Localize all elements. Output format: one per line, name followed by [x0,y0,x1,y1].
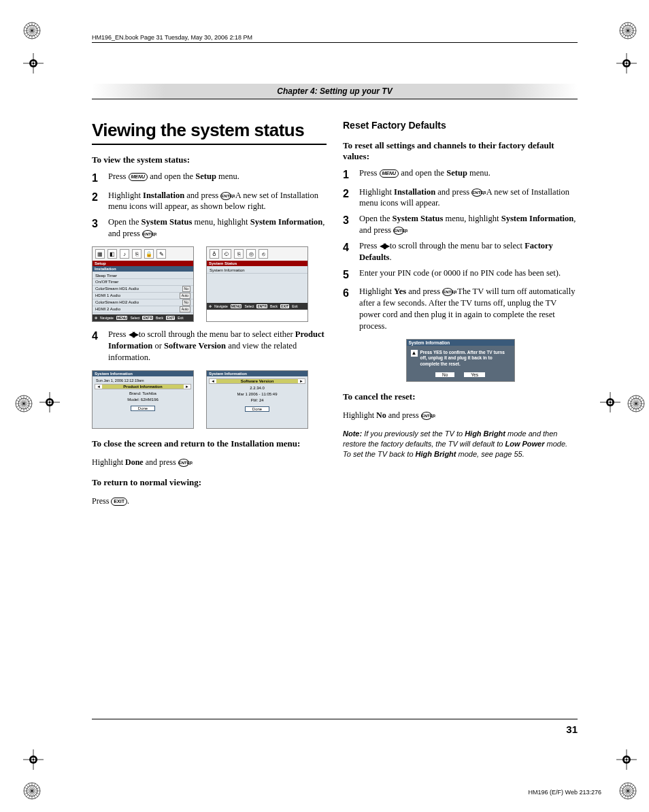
osd-subtitle: Installation [93,266,193,272]
body-text: Highlight Done and press ENTER. [92,457,327,468]
osd-title: Setup [93,261,193,266]
lead-text: To view the system status: [92,155,327,165]
osd-title: System Information [93,371,193,376]
osd-tab-bar: ◄Product Information► [95,384,191,389]
section-heading: Viewing the system status [92,120,327,145]
osd-row: On/Off Timer [93,279,193,285]
menu-key-icon: MENU [380,169,399,178]
warning-icon: ▲ [411,350,418,357]
osd-date: Sun Jan 1, 2006 12:12:19am [95,378,191,384]
step-text: Press ◀▶ to scroll through the menu bar … [108,329,327,363]
osd-confirm-figure: System Information ▲ Press YES to confir… [406,339,515,382]
lead-text: To cancel the reset: [343,391,578,402]
osd-software-version-figure: System Information ◄Software Version► 2.… [206,370,308,429]
osd-tab-icon: ◧ [107,249,117,259]
lead-text: To return to normal viewing: [92,477,327,488]
osd-title: System Information [207,371,307,376]
osd-tab-icon: ⎘ [234,249,244,259]
menu-key-icon: MENU [129,173,148,181]
enter-key-icon: ENTER [471,189,482,197]
osd-message: Press YES to confirm. After the TV turns… [420,350,510,367]
osd-setup-figure: ▦◧♪⎘🔒✎ Setup Installation Sleep TimerOn/… [92,246,194,322]
right-arrow-icon: ► [185,385,189,389]
osd-tab-icon: ⎋ [259,249,268,259]
steps-list: Press ◀▶ to scroll through the menu bar … [92,329,327,363]
osd-info-line: Mar 1 2006 - 11:05:49 [209,391,305,397]
osd-row: ColorStream HD1 AudioNo [93,286,193,293]
osd-info-line: Brand: Toshiba [95,391,191,397]
osd-info-line: FW: 24 [209,397,305,404]
body-text: Highlight No and press ENTER. [343,410,578,421]
osd-yes-button: Yes [464,372,485,377]
step-text: Press MENU and open the Setup menu. [108,171,327,182]
osd-row: ColorStream HD2 AudioNo [93,299,193,306]
steps-list: Press MENU and open the Setup menu. High… [92,171,327,240]
enter-key-icon: ENTER [178,459,189,467]
enter-key-icon: ENTER [393,227,404,235]
osd-title: System Status [207,261,307,266]
page-number: 31 [92,719,578,735]
steps-list: Press MENU and open the Setup menu. High… [343,167,578,332]
lead-text: To reset all settings and channels to th… [343,140,578,162]
exit-key-icon: EXIT [111,498,127,506]
osd-tab-icon: ♁ [210,249,219,259]
osd-iconbar: ♁⏲⎘◎⎋ [207,247,307,261]
step-text: Highlight Installation and press ENTER. … [359,186,578,210]
step-text: Press ◀▶ to scroll through the menu bar … [359,240,578,263]
osd-row: HDMI 2 AudioAuto [93,306,193,313]
osd-iconbar: ▦◧♪⎘🔒✎ [93,247,193,261]
osd-done-button: Done [131,406,155,411]
left-arrow-icon: ◄ [97,385,101,389]
osd-tab-icon: ▦ [95,249,105,259]
osd-tab-icon: 🔒 [144,249,154,259]
osd-tab-icon: ◎ [246,249,256,259]
enter-key-icon: ENTER [421,412,432,420]
step-text: Highlight Installation and press ENTER. … [108,190,327,213]
osd-info-line: Model: 62HM196 [95,397,191,403]
osd-row: Sleep Timer [93,273,193,279]
osd-title: System Information [407,340,514,346]
left-arrow-icon: ◄ [211,379,215,383]
osd-product-info-figure: System Information Sun Jan 1, 2006 12:12… [92,370,194,429]
osd-done-button: Done [245,406,269,412]
step-text: Open the System Status menu, highlight S… [108,216,327,240]
osd-tab-icon: ⎘ [132,249,142,259]
enter-key-icon: ENTER [142,230,153,238]
osd-footer: ✥Navigate MENUSelect ENTRBack EXITExit [93,314,193,321]
osd-tab-icon: ⏲ [222,249,231,259]
chapter-title: Chapter 4: Setting up your TV [92,84,578,99]
osd-no-button: No [435,372,454,377]
running-header: HM196_EN.book Page 31 Tuesday, May 30, 2… [92,34,578,43]
step-text: Press MENU and open the Setup menu. [359,167,578,179]
osd-row: HDMI 1 AudioAuto [93,293,193,299]
lead-text: To close the screen and return to the In… [92,438,327,449]
osd-row: System Information [207,267,307,274]
enter-key-icon: ENTER [220,192,231,200]
right-column: Reset Factory Defaults To reset all sett… [343,120,578,515]
osd-footer: ✥Navigate MENUSelect ENTRBack EXITExit [207,303,307,310]
left-right-arrow-icon: ◀▶ [129,329,137,339]
footer-code: HM196 (E/F) Web 213:276 [529,789,601,796]
osd-system-status-figure: ♁⏲⎘◎⎋ System Status System Information ✥… [206,246,308,322]
right-arrow-icon: ► [299,379,303,383]
left-column: Viewing the system status To view the sy… [92,120,327,515]
body-text: Press EXIT. [92,496,327,506]
enter-key-icon: ENTER [442,288,453,296]
step-text: Open the System Status menu, highlight S… [359,213,578,236]
osd-tab-bar: ◄Software Version► [209,378,305,384]
osd-tab-icon: ♪ [120,249,129,259]
step-text: Highlight Yes and press ENTER. The TV wi… [359,286,578,332]
step-text: Enter your PIN code (or 0000 if no PIN c… [359,267,578,279]
left-right-arrow-icon: ◀▶ [380,241,388,250]
subsection-heading: Reset Factory Defaults [343,120,578,131]
osd-info-line: 2.2.34.0 [209,385,305,391]
note-text: Note: If you previously set the TV to Hi… [343,429,578,459]
osd-tab-icon: ✎ [156,249,166,259]
